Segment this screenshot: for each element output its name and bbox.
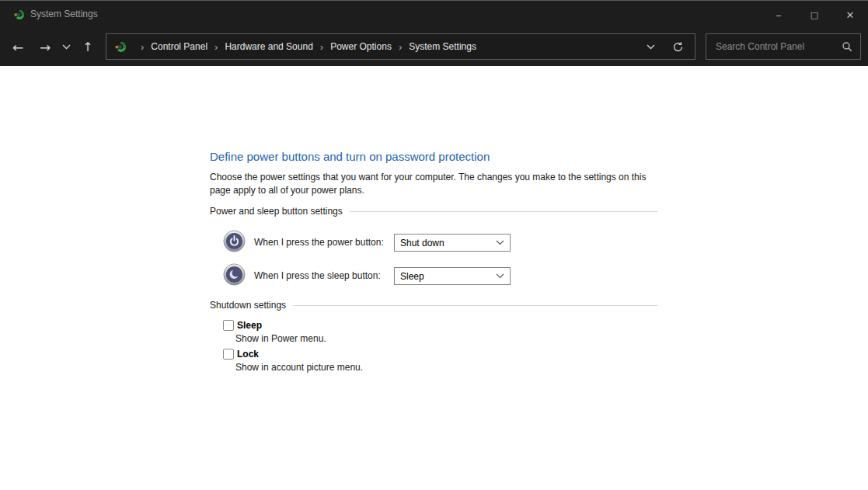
up-arrow-icon[interactable]: ↑ — [76, 28, 99, 66]
forward-arrow-icon[interactable]: → — [32, 28, 58, 66]
address-dropdown-chevron-icon[interactable] — [636, 44, 666, 50]
sleep-checkbox-label[interactable]: Sleep — [237, 320, 262, 331]
lock-checkbox-label[interactable]: Lock — [237, 349, 259, 360]
section-title: Power and sleep button settings — [210, 206, 343, 217]
minimize-button[interactable]: – — [761, 1, 797, 29]
window-controls: – □ ✕ — [761, 1, 868, 29]
main-content: Define power buttons and turn on passwor… — [0, 66, 868, 490]
maximize-button[interactable]: □ — [797, 1, 832, 29]
sleep-checkbox[interactable] — [223, 320, 234, 331]
section-rule — [350, 211, 657, 212]
window-title: System Settings — [30, 9, 98, 19]
refresh-icon[interactable] — [666, 41, 688, 53]
breadcrumb-separator: › — [313, 41, 330, 53]
breadcrumb-separator: › — [392, 41, 409, 53]
navigation-bar: ← → ↑ › Control Panel › Hardware and Sou… — [0, 28, 868, 66]
power-button-action-value: Shut down — [400, 238, 496, 248]
shutdown-section-header: Shutdown settings — [210, 300, 657, 311]
breadcrumb-separator: › — [134, 41, 151, 53]
breadcrumb-item-control-panel[interactable]: Control Panel — [151, 41, 207, 52]
breadcrumb-item-power-options[interactable]: Power Options — [330, 41, 392, 52]
search-magnifier-icon[interactable] — [842, 41, 852, 52]
sleep-button-row-label: When I press the sleep button: — [254, 270, 381, 281]
lock-checkbox[interactable] — [223, 349, 234, 360]
breadcrumb-item-hardware-and-sound[interactable]: Hardware and Sound — [225, 41, 312, 52]
section-rule — [293, 305, 657, 306]
sleep-button-icon — [223, 263, 246, 286]
lock-checkbox-description: Show in account picture menu. — [235, 362, 363, 373]
breadcrumb-item-system-settings[interactable]: System Settings — [409, 41, 476, 52]
system-settings-window: System Settings – □ ✕ ← → ↑ › Control Pa… — [0, 0, 868, 490]
sleep-button-action-value: Sleep — [400, 271, 496, 282]
sleep-button-action-select[interactable]: Sleep — [394, 267, 511, 285]
power-button-icon — [223, 230, 246, 252]
power-button-row-label: When I press the power button: — [254, 237, 384, 248]
page-title: Define power buttons and turn on passwor… — [210, 150, 490, 163]
search-box — [706, 33, 861, 60]
breadcrumb-separator: › — [207, 41, 225, 53]
chevron-down-icon — [496, 240, 504, 245]
titlebar: System Settings – □ ✕ — [0, 0, 868, 28]
address-bar[interactable]: › Control Panel › Hardware and Sound › P… — [106, 33, 695, 60]
chevron-down-icon — [496, 273, 504, 279]
back-arrow-icon[interactable]: ← — [5, 28, 31, 66]
page-description: Choose the power settings that you want … — [210, 171, 651, 197]
search-input[interactable] — [716, 41, 842, 52]
close-button[interactable]: ✕ — [832, 1, 868, 29]
power-options-icon — [114, 40, 127, 54]
section-title: Shutdown settings — [210, 300, 286, 311]
sleep-checkbox-description: Show in Power menu. — [235, 333, 326, 344]
power-button-action-select[interactable]: Shut down — [394, 234, 511, 252]
power-sleep-section-header: Power and sleep button settings — [210, 206, 657, 217]
power-options-icon — [13, 9, 26, 21]
recent-pages-chevron-icon[interactable] — [58, 28, 75, 66]
